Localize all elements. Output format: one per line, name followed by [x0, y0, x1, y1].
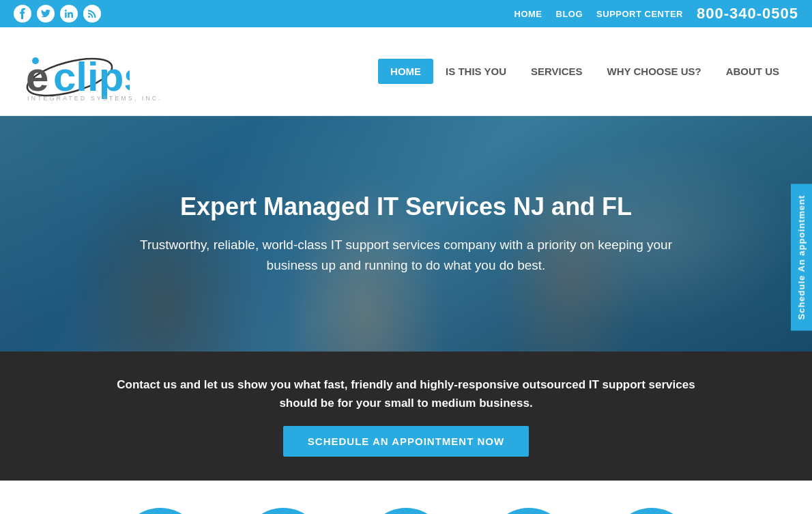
phone-number: 800-340-0505: [697, 5, 798, 23]
social-icons: [14, 5, 101, 23]
icons-section: ?: [0, 481, 812, 514]
top-nav-support[interactable]: SUPPORT CENTER: [596, 9, 683, 19]
nav-home[interactable]: HOME: [378, 59, 433, 84]
cta-text: Contact us and let us show you what fast…: [113, 375, 699, 412]
rss-icon[interactable]: [83, 5, 101, 23]
laptop-icon-circle: [611, 508, 693, 514]
top-nav-home[interactable]: HOME: [514, 9, 542, 19]
cta-text-content: Contact us and let us show you what fast…: [117, 378, 695, 410]
linkedin-icon[interactable]: [60, 5, 78, 23]
hero-section: Expert Managed IT Services NJ and FL Tru…: [0, 116, 812, 352]
svg-text:clipse: clipse: [53, 54, 130, 100]
header: e clipse INTEGRATED SYSTEMS, INC. HOME I…: [0, 27, 812, 116]
document-icon-circle: [365, 508, 447, 514]
twitter-icon[interactable]: [37, 5, 55, 23]
top-nav: HOME BLOG SUPPORT CENTER 800-340-0505: [514, 5, 798, 23]
nav-why-choose-us[interactable]: WHY CHOOSE US?: [595, 59, 714, 84]
main-nav: HOME IS THIS YOU SERVICES WHY CHOOSE US?…: [378, 59, 792, 84]
logo[interactable]: e clipse INTEGRATED SYSTEMS, INC.: [20, 42, 162, 102]
cta-button[interactable]: SCHEDULE AN APPOINTMENT NOW: [283, 426, 529, 457]
svg-point-0: [88, 16, 90, 18]
nav-about-us[interactable]: ABOUT US: [714, 59, 792, 84]
cta-section: Contact us and let us show you what fast…: [0, 352, 812, 481]
nav-services[interactable]: SERVICES: [519, 59, 595, 84]
hero-subtitle: Trustworthy, reliable, world-class IT su…: [126, 235, 686, 276]
person-icon-circle: ?: [242, 508, 324, 514]
logo-subtitle: INTEGRATED SYSTEMS, INC.: [27, 95, 162, 102]
globe-icon-circle: [488, 508, 570, 514]
nav-is-this-you[interactable]: IS THIS YOU: [433, 59, 519, 84]
monitor-icon-circle: [119, 508, 201, 514]
hero-title: Expert Managed IT Services NJ and FL: [126, 192, 686, 221]
facebook-icon[interactable]: [14, 5, 31, 23]
logo-svg: e clipse: [20, 42, 130, 103]
top-nav-blog[interactable]: BLOG: [556, 9, 583, 19]
top-bar: HOME BLOG SUPPORT CENTER 800-340-0505: [0, 0, 812, 27]
schedule-side-tab[interactable]: Schedule An appointment: [791, 184, 812, 330]
hero-content: Expert Managed IT Services NJ and FL Tru…: [58, 192, 754, 276]
svg-point-4: [32, 57, 39, 64]
